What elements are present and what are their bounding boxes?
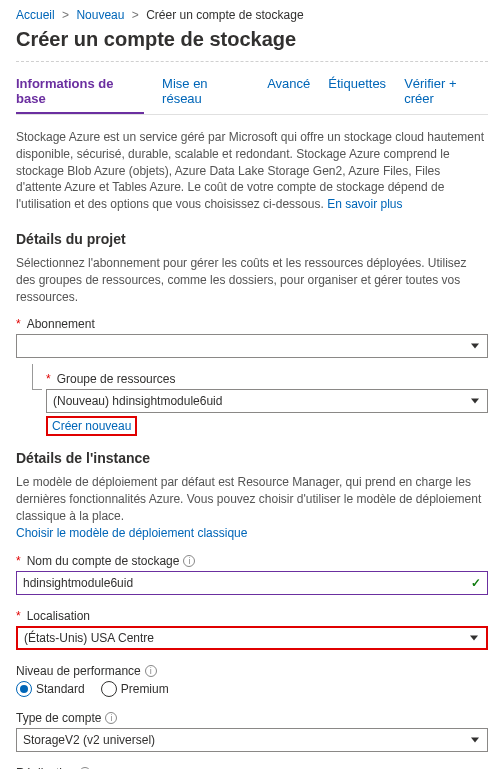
radio-icon xyxy=(16,681,32,697)
resource-group-label: Groupe de ressources xyxy=(57,372,176,386)
project-details-heading: Détails du projet xyxy=(16,231,488,247)
divider xyxy=(16,61,488,62)
breadcrumb: Accueil > Nouveau > Créer un compte de s… xyxy=(16,8,488,22)
chevron-right-icon: > xyxy=(62,8,69,22)
resource-group-select[interactable]: (Nouveau) hdinsightmodule6uid xyxy=(46,389,488,413)
location-select[interactable]: (États-Unis) USA Centre xyxy=(16,626,488,650)
storage-name-field: * Nom du compte de stockage i hdinsightm… xyxy=(16,554,488,595)
required-icon: * xyxy=(46,372,51,386)
performance-standard-radio[interactable]: Standard xyxy=(16,681,85,697)
tab-advanced[interactable]: Avancé xyxy=(267,76,310,114)
instance-details-heading: Détails de l'instance xyxy=(16,450,488,466)
location-field: * Localisation (États-Unis) USA Centre xyxy=(16,609,488,650)
tab-tags[interactable]: Étiquettes xyxy=(328,76,386,114)
intro-text: Stockage Azure est un service géré par M… xyxy=(16,129,488,213)
subscription-field: *Abonnement xyxy=(16,317,488,358)
resource-group-field: *Groupe de ressources (Nouveau) hdinsigh… xyxy=(46,372,488,436)
tab-basics[interactable]: Informations de base xyxy=(16,76,144,114)
breadcrumb-current: Créer un compte de stockage xyxy=(146,8,303,22)
performance-field: Niveau de performance i Standard Premium xyxy=(16,664,488,697)
tab-networking[interactable]: Mise en réseau xyxy=(162,76,249,114)
required-icon: * xyxy=(16,554,21,568)
required-icon: * xyxy=(16,609,21,623)
storage-name-label: Nom du compte de stockage xyxy=(27,554,180,568)
create-new-link[interactable]: Créer nouveau xyxy=(52,419,131,433)
subscription-label: Abonnement xyxy=(27,317,95,331)
chevron-right-icon: > xyxy=(132,8,139,22)
performance-premium-radio[interactable]: Premium xyxy=(101,681,169,697)
account-kind-label: Type de compte xyxy=(16,711,101,725)
tree-connector-icon xyxy=(32,364,42,390)
replication-label: Réplication xyxy=(16,766,75,769)
page-title: Créer un compte de stockage xyxy=(16,28,488,51)
replication-field: Réplication i Stockage localement redond… xyxy=(16,766,488,769)
account-kind-select[interactable]: StorageV2 (v2 universel) xyxy=(16,728,488,752)
create-new-highlight: Créer nouveau xyxy=(46,416,137,436)
subscription-select[interactable] xyxy=(16,334,488,358)
required-icon: * xyxy=(16,317,21,331)
project-details-desc: Sélectionnez l'abonnement pour gérer les… xyxy=(16,255,488,305)
storage-name-input[interactable]: hdinsightmodule6uid ✓ xyxy=(16,571,488,595)
info-icon[interactable]: i xyxy=(105,712,117,724)
performance-label: Niveau de performance xyxy=(16,664,141,678)
instance-details-desc: Le modèle de déploiement par défaut est … xyxy=(16,474,488,541)
breadcrumb-home[interactable]: Accueil xyxy=(16,8,55,22)
location-label: Localisation xyxy=(27,609,90,623)
radio-icon xyxy=(101,681,117,697)
tab-review[interactable]: Vérifier + créer xyxy=(404,76,488,114)
learn-more-link[interactable]: En savoir plus xyxy=(327,197,402,211)
breadcrumb-new[interactable]: Nouveau xyxy=(76,8,124,22)
check-icon: ✓ xyxy=(471,576,481,590)
classic-deployment-link[interactable]: Choisir le modèle de déploiement classiq… xyxy=(16,526,247,540)
info-icon[interactable]: i xyxy=(183,555,195,567)
tabs: Informations de base Mise en réseau Avan… xyxy=(16,76,488,115)
info-icon[interactable]: i xyxy=(145,665,157,677)
account-kind-field: Type de compte i StorageV2 (v2 universel… xyxy=(16,711,488,752)
